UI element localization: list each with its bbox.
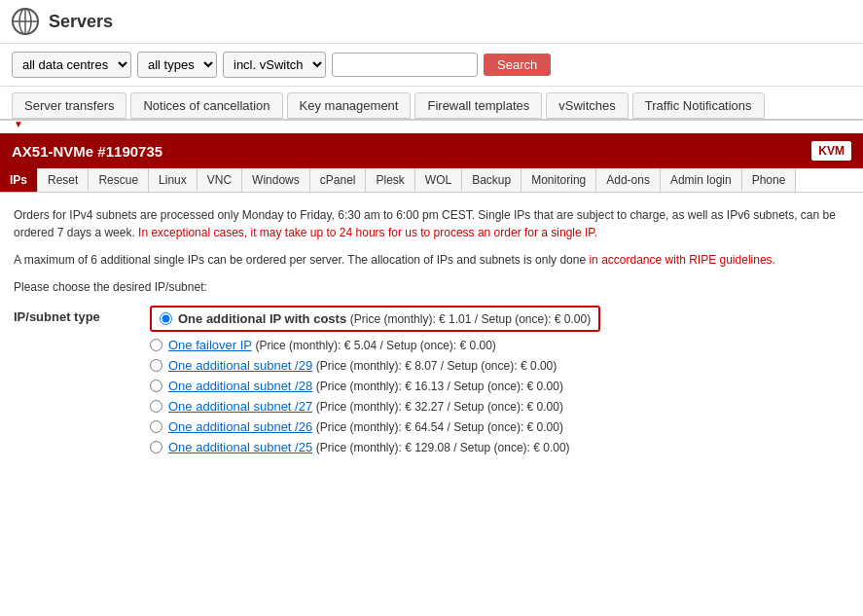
- ip-option-6: One additional subnet /26 (Price (monthl…: [150, 419, 600, 434]
- section-title: AX51-NVMe #1190735: [12, 143, 162, 160]
- ip-option-7-price: (Price (monthly): € 129.08 / Setup (once…: [316, 441, 570, 454]
- sub-tab-plesk[interactable]: Plesk: [366, 168, 414, 192]
- ip-option-6-radio[interactable]: [150, 420, 162, 433]
- search-input[interactable]: [332, 53, 478, 77]
- ip-form-label: IP/subnet type: [14, 306, 130, 324]
- ip-option-6-name[interactable]: One additional subnet /26: [168, 419, 312, 434]
- servers-icon: [12, 8, 39, 35]
- tab-server-transfers[interactable]: Server transfers: [12, 92, 126, 119]
- sub-tab-windows[interactable]: Windows: [242, 168, 310, 192]
- ip-option-7-name[interactable]: One additional subnet /25: [168, 440, 312, 454]
- ip-option-1-name: One additional IP with costs: [178, 311, 346, 326]
- info-text-1: Orders for IPv4 subnets are processed on…: [14, 206, 849, 241]
- section-header: AX51-NVMe #1190735 KVM: [0, 133, 863, 168]
- ip-option-5: One additional subnet /27 (Price (monthl…: [150, 399, 600, 414]
- ip-option-5-label[interactable]: One additional subnet /27 (Price (monthl…: [168, 399, 563, 414]
- ip-option-3: One additional subnet /29 (Price (monthl…: [150, 358, 600, 373]
- sub-tab-cpanel[interactable]: cPanel: [310, 168, 367, 192]
- sub-tabs: IPs Reset Rescue Linux VNC Windows cPane…: [0, 168, 863, 193]
- sub-tab-backup[interactable]: Backup: [462, 168, 521, 192]
- info-highlight-2: in accordance with RIPE guidelines.: [589, 253, 774, 267]
- sub-tab-wol[interactable]: WOL: [415, 168, 462, 192]
- sub-tab-vnc[interactable]: VNC: [198, 168, 242, 192]
- ip-option-4-radio[interactable]: [150, 380, 162, 392]
- toolbar: all data centres all types incl. vSwitch…: [0, 44, 863, 87]
- page-title: Servers: [49, 12, 113, 32]
- ip-options-list: One additional IP with costs (Price (mon…: [150, 306, 600, 454]
- sub-tab-linux[interactable]: Linux: [149, 168, 198, 192]
- sub-tab-monitoring[interactable]: Monitoring: [521, 168, 596, 192]
- ip-option-2-price: (Price (monthly): € 5.04 / Setup (once):…: [255, 339, 495, 352]
- ip-option-6-price: (Price (monthly): € 64.54 / Setup (once)…: [316, 420, 563, 434]
- search-button[interactable]: Search: [484, 54, 551, 76]
- ip-option-2-name[interactable]: One failover IP: [168, 338, 252, 352]
- ip-option-1-price: (Price (monthly): € 1.01 / Setup (once):…: [350, 312, 591, 326]
- tab-notices-cancellation[interactable]: Notices of cancellation: [130, 92, 282, 119]
- vswitch-dropdown[interactable]: incl. vSwitch: [223, 52, 326, 78]
- types-dropdown[interactable]: all types: [137, 52, 217, 78]
- tab-vswitches[interactable]: vSwitches: [546, 92, 629, 119]
- ip-option-5-price: (Price (monthly): € 32.27 / Setup (once)…: [316, 400, 563, 414]
- tab-firewall-templates[interactable]: Firewall templates: [414, 92, 542, 119]
- sub-tab-rescue[interactable]: Rescue: [89, 168, 149, 192]
- content-area: Orders for IPv4 subnets are processed on…: [0, 193, 863, 468]
- ip-option-4: One additional subnet /28 (Price (monthl…: [150, 379, 600, 393]
- sub-tab-admin-login[interactable]: Admin login: [661, 168, 742, 192]
- ip-option-6-label[interactable]: One additional subnet /26 (Price (monthl…: [168, 419, 563, 434]
- ip-option-1-label[interactable]: One additional IP with costs (Price (mon…: [178, 311, 591, 326]
- ip-option-5-name[interactable]: One additional subnet /27: [168, 399, 312, 414]
- ip-option-4-label[interactable]: One additional subnet /28 (Price (monthl…: [168, 379, 563, 393]
- info-text-2: A maximum of 6 additional single IPs can…: [14, 251, 849, 269]
- info-text-3: Please choose the desired IP/subnet:: [14, 278, 849, 296]
- ip-option-5-radio[interactable]: [150, 400, 162, 413]
- sub-tab-phone[interactable]: Phone: [742, 168, 797, 192]
- ip-option-7: One additional subnet /25 (Price (monthl…: [150, 440, 600, 454]
- ip-option-1-radio[interactable]: [160, 312, 172, 325]
- ip-option-7-radio[interactable]: [150, 441, 162, 453]
- ip-option-2-radio[interactable]: [150, 339, 162, 351]
- sub-tab-reset[interactable]: Reset: [38, 168, 89, 192]
- main-tabs: Server transfers Notices of cancellation…: [0, 87, 863, 121]
- sub-tab-addons[interactable]: Add-ons: [596, 168, 661, 192]
- ip-form: IP/subnet type One additional IP with co…: [14, 306, 849, 454]
- ip-option-3-name[interactable]: One additional subnet /29: [168, 358, 312, 373]
- ip-option-7-label[interactable]: One additional subnet /25 (Price (monthl…: [168, 440, 570, 454]
- kvm-badge: KVM: [811, 141, 851, 161]
- info-highlight-1: In exceptional cases, it may take up to …: [138, 226, 597, 239]
- ip-option-2: One failover IP (Price (monthly): € 5.04…: [150, 338, 600, 352]
- page-header: Servers: [0, 0, 863, 44]
- ip-option-3-label[interactable]: One additional subnet /29 (Price (monthl…: [168, 358, 557, 373]
- tab-key-management[interactable]: Key management: [287, 92, 412, 119]
- ip-option-4-name[interactable]: One additional subnet /28: [168, 379, 312, 393]
- tabs-dropdown-arrow: ▼: [14, 119, 863, 129]
- ip-option-3-radio[interactable]: [150, 359, 162, 372]
- ip-option-4-price: (Price (monthly): € 16.13 / Setup (once)…: [316, 380, 563, 393]
- data-centres-dropdown[interactable]: all data centres: [12, 52, 131, 78]
- ip-option-2-label[interactable]: One failover IP (Price (monthly): € 5.04…: [168, 338, 496, 352]
- tab-traffic-notifications[interactable]: Traffic Notifications: [632, 92, 765, 119]
- ip-option-1: One additional IP with costs (Price (mon…: [150, 306, 600, 332]
- sub-tab-ips[interactable]: IPs: [0, 168, 38, 192]
- ip-option-3-price: (Price (monthly): € 8.07 / Setup (once):…: [316, 359, 557, 373]
